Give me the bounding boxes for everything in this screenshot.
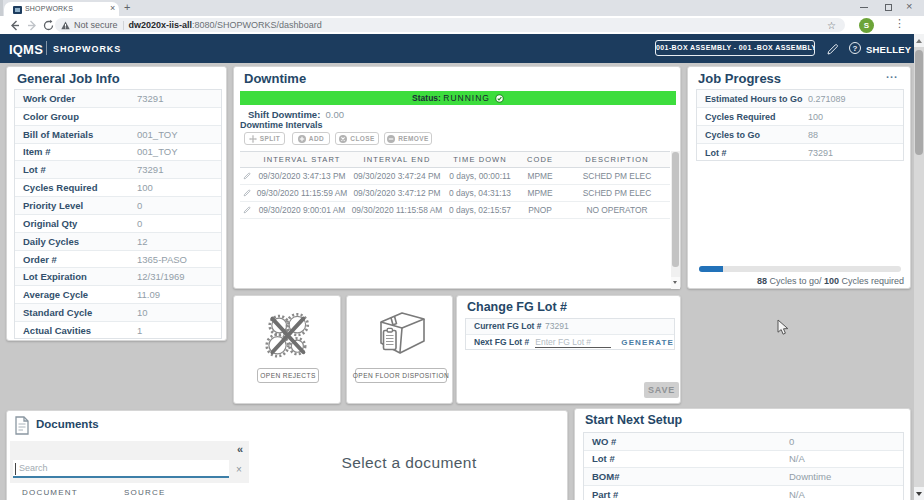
table-row: Cycles to Go88 bbox=[697, 126, 903, 144]
change-fg-lot-card: Change FG Lot # Current FG Lot # 73291 N… bbox=[456, 295, 681, 404]
window-minimize-icon[interactable] bbox=[860, 7, 868, 8]
help-icon[interactable]: ? bbox=[849, 42, 861, 54]
open-rejects-card: OPEN REJECTS bbox=[233, 295, 341, 404]
address-bar[interactable]: Not secure dw2020x-iis-all :8080/SHOPWOR… bbox=[55, 18, 845, 32]
table-row: Original Qty0 bbox=[15, 215, 221, 233]
edit-pencil-icon[interactable] bbox=[826, 42, 839, 55]
add-button[interactable]: ADD bbox=[292, 132, 330, 145]
open-floor-disposition-button[interactable]: OPEN FLOOR DISPOSITION bbox=[355, 368, 447, 383]
table-row: Priority Level0 bbox=[15, 197, 221, 215]
downtime-title: Downtime bbox=[244, 71, 306, 86]
row-edit-pencil-icon[interactable] bbox=[240, 206, 254, 214]
table-row: Daily Cycles12 bbox=[15, 233, 221, 251]
browser-tab-strip: SHOPWORKS × + × bbox=[0, 0, 924, 16]
tab-title: SHOPWORKS bbox=[25, 5, 73, 12]
back-icon[interactable] bbox=[8, 19, 21, 32]
close-circle-icon bbox=[339, 135, 347, 143]
tab-close-icon[interactable]: × bbox=[110, 3, 115, 13]
col-description: DESCRIPTION bbox=[564, 155, 670, 164]
scrollbar-thumb[interactable] bbox=[672, 152, 679, 267]
generate-link[interactable]: GENERATE bbox=[621, 338, 674, 347]
col-interval-end: INTERVAL END bbox=[350, 155, 444, 164]
close-button[interactable]: CLOSE bbox=[335, 132, 379, 145]
scrollbar-thumb[interactable] bbox=[915, 50, 923, 155]
clear-search-icon[interactable]: × bbox=[236, 464, 242, 475]
user-menu[interactable]: SHELLEY bbox=[866, 44, 920, 55]
browser-toolbar: Not secure dw2020x-iis-all :8080/SHOPWOR… bbox=[0, 16, 924, 34]
page-scrollbar[interactable] bbox=[914, 34, 924, 500]
workcenter-job-button[interactable]: 001-BOX ASSEMBLY - 001 -BOX ASSEMBLY bbox=[655, 40, 815, 56]
table-row: Bill of Materials001_TOY bbox=[15, 126, 221, 144]
job-progress-table: Estimated Hours to Go0.271089 Cycles Req… bbox=[696, 89, 904, 161]
table-header-row: INTERVAL START INTERVAL END TIME DOWN CO… bbox=[240, 151, 670, 168]
progress-caption: 88 Cycles to go/ 100 Cycles required bbox=[688, 276, 904, 286]
table-row: Current FG Lot # 73291 bbox=[466, 319, 674, 335]
downtime-scrollbar[interactable] bbox=[671, 151, 680, 289]
documents-title: Documents bbox=[36, 418, 99, 430]
text-caret bbox=[15, 463, 16, 475]
interval-row[interactable]: 09/30/2020 3:47:13 PM 09/30/2020 3:47:24… bbox=[240, 168, 670, 185]
table-row: Lot #73291 bbox=[697, 144, 903, 162]
scroll-down-icon[interactable] bbox=[671, 277, 680, 289]
url-path[interactable]: :8080/SHOPWORKS/dashboard bbox=[192, 20, 322, 30]
select-document-placeholder: Select a document bbox=[249, 454, 569, 472]
documents-card: Documents « × DOCUMENT SOURCE Select a d… bbox=[6, 410, 568, 500]
url-host[interactable]: dw2020x-iis-all bbox=[129, 20, 193, 30]
interval-row[interactable]: 09/30/2020 11:15:59 AM 09/30/2020 3:47:1… bbox=[240, 185, 670, 202]
collapse-icon[interactable]: « bbox=[237, 443, 243, 455]
table-row: Lot #N/A bbox=[584, 451, 903, 469]
search-input[interactable] bbox=[13, 460, 229, 478]
start-next-setup-table: WO #0 Lot #N/A BOM#Downtime Part #N/A bbox=[583, 432, 904, 500]
floor-disposition-card: OPEN FLOOR DISPOSITION bbox=[346, 295, 453, 404]
status-value: RUNNING bbox=[443, 93, 490, 103]
general-job-info-title: General Job Info bbox=[17, 71, 120, 86]
split-button[interactable]: SPLIT bbox=[244, 132, 285, 145]
job-progress-card: Job Progress ... Estimated Hours to Go0.… bbox=[687, 66, 911, 289]
table-row: Average Cycle11.09 bbox=[15, 286, 221, 304]
browser-menu-dots-icon[interactable]: ⋮ bbox=[894, 17, 905, 30]
box-clipboard-icon bbox=[374, 308, 428, 368]
open-rejects-button[interactable]: OPEN REJECTS bbox=[257, 368, 319, 383]
bookmark-star-icon[interactable]: ☆ bbox=[827, 20, 836, 31]
scroll-up-icon[interactable] bbox=[914, 34, 924, 47]
table-row: BOM#Downtime bbox=[584, 468, 903, 486]
table-row: Estimated Hours to Go0.271089 bbox=[697, 90, 903, 108]
change-fg-lot-table: Current FG Lot # 73291 Next FG Lot # GEN… bbox=[465, 318, 675, 350]
table-row: Next FG Lot # GENERATE bbox=[466, 335, 674, 351]
table-row: Actual Cavities1 bbox=[15, 322, 221, 340]
next-fg-lot-input[interactable] bbox=[535, 336, 611, 348]
general-job-info-table: Work Order73291 Color Group Bill of Mate… bbox=[14, 89, 222, 339]
col-document: DOCUMENT bbox=[10, 488, 124, 500]
downtime-intervals-table: INTERVAL START INTERVAL END TIME DOWN CO… bbox=[240, 151, 670, 289]
start-next-setup-card: Start Next Setup WO #0 Lot #N/A BOM#Down… bbox=[574, 408, 911, 500]
start-next-setup-title: Start Next Setup bbox=[585, 413, 682, 427]
status-check-icon bbox=[495, 94, 504, 103]
card-menu-dots-icon[interactable]: ... bbox=[886, 68, 898, 80]
not-secure-label[interactable]: Not secure bbox=[74, 20, 118, 30]
job-progress-title: Job Progress bbox=[698, 71, 781, 86]
user-name: SHELLEY bbox=[866, 44, 911, 55]
browser-avatar[interactable]: S bbox=[859, 18, 874, 33]
table-row: Part #N/A bbox=[584, 486, 903, 500]
window-close-icon[interactable]: × bbox=[906, 0, 912, 12]
refresh-icon[interactable] bbox=[42, 19, 55, 32]
browser-tab[interactable]: SHOPWORKS × bbox=[4, 2, 119, 16]
progress-bar bbox=[699, 266, 901, 272]
window-maximize-icon[interactable] bbox=[885, 4, 892, 11]
col-source: SOURCE bbox=[124, 488, 165, 500]
col-code: CODE bbox=[516, 155, 564, 164]
downtime-card: Downtime Status: RUNNING Shift Downtime:… bbox=[233, 66, 681, 289]
table-row: Standard Cycle10 bbox=[15, 304, 221, 322]
table-row: Order #1365-PASO bbox=[15, 251, 221, 269]
row-edit-pencil-icon[interactable] bbox=[240, 172, 254, 180]
forward-icon[interactable] bbox=[26, 19, 39, 32]
scroll-down-icon[interactable] bbox=[914, 487, 924, 500]
save-button[interactable]: SAVE bbox=[644, 382, 679, 398]
interval-row[interactable]: 09/30/2020 9:00:01 AM 09/30/2020 11:15:5… bbox=[240, 202, 670, 219]
new-tab-icon[interactable]: + bbox=[124, 1, 130, 13]
remove-icon bbox=[387, 135, 395, 143]
remove-button[interactable]: REMOVE bbox=[384, 132, 432, 145]
table-row: Lot #73291 bbox=[15, 161, 221, 179]
table-row: Color Group bbox=[15, 108, 221, 126]
row-edit-pencil-icon[interactable] bbox=[240, 189, 254, 197]
